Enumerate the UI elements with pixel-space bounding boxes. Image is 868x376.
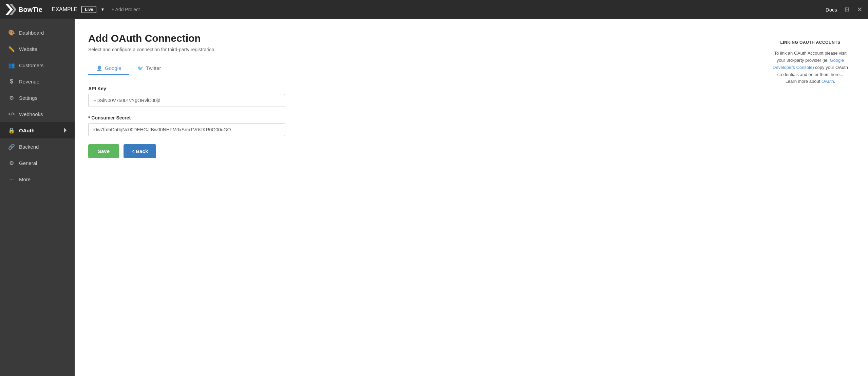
revenue-icon: $ bbox=[8, 78, 15, 85]
sidebar-item-general[interactable]: ⚙ General bbox=[0, 155, 75, 171]
save-button[interactable]: Save bbox=[88, 144, 119, 158]
sidebar-item-label: Webhooks bbox=[19, 111, 43, 117]
backend-icon: 🔗 bbox=[8, 143, 15, 150]
settings-gear-icon: ⚙ bbox=[8, 94, 15, 101]
sidebar-item-backend[interactable]: 🔗 Backend bbox=[0, 138, 75, 155]
logo: BowTie bbox=[5, 4, 42, 15]
top-navigation: BowTie EXAMPLE Live ▼ + Add Project Docs… bbox=[0, 0, 868, 19]
help-panel: LINKING OAUTH ACCOUNTS To link an OAuth … bbox=[766, 33, 854, 362]
main-content: Add OAuth Connection Select and configur… bbox=[75, 19, 868, 376]
sidebar-item-oauth[interactable]: 🔒 OAuth bbox=[0, 122, 75, 138]
oauth-link[interactable]: OAuth bbox=[822, 79, 834, 84]
top-nav-right: Docs ⚙ ✕ bbox=[826, 5, 863, 14]
sidebar-item-label: Dashboard bbox=[19, 30, 44, 36]
help-text-after: . bbox=[834, 79, 835, 84]
more-icon: ··· bbox=[8, 176, 15, 183]
website-icon: ✏️ bbox=[8, 45, 15, 52]
consumer-secret-group: * Consumer Secret bbox=[88, 115, 753, 136]
page-subtitle: Select and configure a connection for th… bbox=[88, 47, 753, 52]
tab-twitter-label: Twitter bbox=[146, 65, 161, 71]
sidebar-item-label: Revenue bbox=[19, 79, 39, 84]
sidebar: 🎨 Dashboard ✏️ Website 👥 Customers $ Rev… bbox=[0, 19, 75, 376]
settings-icon[interactable]: ⚙ bbox=[844, 5, 850, 14]
sidebar-item-webhooks[interactable]: </> Webhooks bbox=[0, 106, 75, 122]
close-icon[interactable]: ✕ bbox=[857, 5, 863, 14]
tab-google[interactable]: 👤 Google bbox=[88, 62, 129, 75]
project-name: EXAMPLE bbox=[52, 6, 78, 13]
live-badge: Live bbox=[81, 6, 96, 13]
active-indicator bbox=[64, 128, 67, 133]
back-button[interactable]: < Back bbox=[124, 144, 156, 158]
google-icon: 👤 bbox=[96, 65, 102, 71]
sidebar-item-website[interactable]: ✏️ Website bbox=[0, 41, 75, 57]
api-key-input[interactable] bbox=[88, 94, 285, 107]
sidebar-item-more[interactable]: ··· More bbox=[0, 171, 75, 187]
api-key-label: API Key bbox=[88, 86, 753, 91]
webhooks-icon: </> bbox=[8, 111, 15, 117]
oauth-lock-icon: 🔒 bbox=[8, 127, 15, 134]
project-dropdown-arrow[interactable]: ▼ bbox=[100, 7, 105, 12]
docs-link[interactable]: Docs bbox=[826, 7, 837, 13]
sidebar-item-label: General bbox=[19, 160, 37, 166]
form-buttons: Save < Back bbox=[88, 144, 753, 158]
customers-icon: 👥 bbox=[8, 62, 15, 69]
sidebar-item-label: OAuth bbox=[19, 128, 35, 133]
sidebar-item-label: Backend bbox=[19, 144, 39, 150]
sidebar-item-customers[interactable]: 👥 Customers bbox=[0, 57, 75, 73]
sidebar-item-revenue[interactable]: $ Revenue bbox=[0, 73, 75, 90]
api-key-group: API Key bbox=[88, 86, 753, 107]
sidebar-item-dashboard[interactable]: 🎨 Dashboard bbox=[0, 24, 75, 41]
consumer-secret-label: * Consumer Secret bbox=[88, 115, 753, 120]
help-text: To link an OAuth Account please visit yo… bbox=[772, 50, 849, 85]
twitter-icon: 🐦 bbox=[137, 65, 143, 71]
add-project-button[interactable]: + Add Project bbox=[111, 7, 140, 12]
general-icon: ⚙ bbox=[8, 159, 15, 166]
consumer-secret-input[interactable] bbox=[88, 123, 285, 136]
page-title: Add OAuth Connection bbox=[88, 33, 753, 44]
sidebar-item-label: Settings bbox=[19, 95, 37, 101]
content-area: Add OAuth Connection Select and configur… bbox=[88, 33, 753, 362]
tab-google-label: Google bbox=[105, 65, 121, 71]
dashboard-icon: 🎨 bbox=[8, 29, 15, 36]
help-title: LINKING OAUTH ACCOUNTS bbox=[772, 39, 849, 46]
oauth-tabs: 👤 Google 🐦 Twitter bbox=[88, 62, 753, 75]
sidebar-item-label: Customers bbox=[19, 62, 44, 68]
logo-text: BowTie bbox=[18, 6, 42, 14]
sidebar-item-label: Website bbox=[19, 46, 37, 52]
sidebar-item-label: More bbox=[19, 176, 31, 182]
tab-twitter[interactable]: 🐦 Twitter bbox=[129, 62, 169, 75]
sidebar-item-settings[interactable]: ⚙ Settings bbox=[0, 90, 75, 106]
